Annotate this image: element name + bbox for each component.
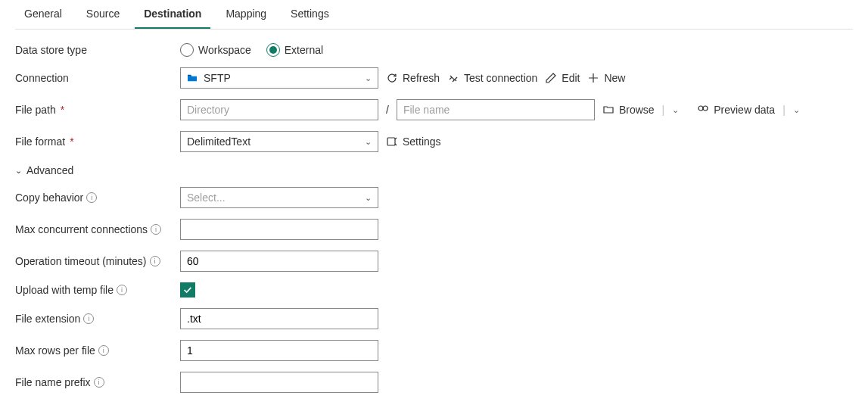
browse-chevron-icon[interactable]: ⌄ — [672, 105, 679, 115]
directory-input[interactable] — [180, 99, 378, 120]
label-file-prefix: File name prefix — [15, 376, 91, 388]
radio-external[interactable]: External — [266, 43, 323, 57]
advanced-toggle[interactable]: ⌄ Advanced — [15, 164, 853, 176]
connection-value: SFTP — [204, 72, 231, 84]
label-file-extension: File extension — [15, 313, 80, 325]
new-button[interactable]: New — [587, 72, 625, 84]
new-label: New — [604, 72, 625, 84]
svg-point-1 — [703, 106, 708, 111]
tab-general[interactable]: General — [15, 0, 71, 29]
info-icon[interactable]: i — [86, 192, 97, 203]
test-connection-button[interactable]: Test connection — [447, 72, 537, 84]
row-file-prefix: File name prefix i — [15, 372, 853, 393]
radio-circle-selected-icon — [266, 43, 280, 57]
browse-folder-icon — [602, 104, 614, 116]
radio-workspace-label: Workspace — [198, 44, 251, 56]
tab-destination[interactable]: Destination — [135, 0, 210, 29]
tab-source[interactable]: Source — [77, 0, 129, 29]
plus-icon — [587, 72, 599, 84]
row-file-format: File format * DelimitedText ⌄ Settings — [15, 131, 853, 152]
file-extension-input[interactable] — [180, 308, 378, 329]
tab-settings[interactable]: Settings — [282, 0, 338, 29]
row-file-path: File path * / Browse | ⌄ Preview data | … — [15, 99, 853, 120]
info-icon[interactable]: i — [150, 256, 160, 266]
info-icon[interactable]: i — [98, 345, 109, 356]
preview-data-label: Preview data — [714, 104, 775, 116]
edit-button[interactable]: Edit — [545, 72, 580, 84]
refresh-label: Refresh — [403, 72, 440, 84]
radio-workspace[interactable]: Workspace — [180, 43, 251, 57]
info-icon[interactable]: i — [117, 285, 127, 295]
label-file-format: File format — [15, 136, 65, 148]
info-icon[interactable]: i — [94, 377, 104, 388]
file-prefix-input[interactable] — [180, 372, 378, 393]
preview-icon — [697, 104, 709, 116]
upload-temp-checkbox[interactable] — [180, 282, 195, 298]
required-asterisk-2: * — [70, 136, 73, 148]
preview-data-button[interactable]: Preview data — [697, 104, 775, 116]
radio-dot-icon — [269, 46, 277, 54]
info-icon[interactable]: i — [83, 313, 94, 324]
row-file-extension: File extension i — [15, 308, 853, 329]
radio-circle-icon — [180, 43, 194, 57]
file-format-select[interactable]: DelimitedText ⌄ — [180, 131, 378, 152]
chevron-down-icon: ⌄ — [365, 73, 372, 83]
tab-mapping[interactable]: Mapping — [216, 0, 275, 29]
label-copy-behavior: Copy behavior — [15, 192, 83, 204]
svg-rect-2 — [387, 138, 395, 145]
test-connection-label: Test connection — [464, 72, 537, 84]
row-operation-timeout: Operation timeout (minutes) i — [15, 251, 853, 272]
label-connection: Connection — [15, 72, 69, 84]
filename-input[interactable] — [397, 99, 595, 120]
radio-external-label: External — [285, 44, 323, 56]
divider: | — [662, 104, 665, 116]
browse-label: Browse — [619, 104, 655, 116]
checkmark-icon — [182, 285, 193, 295]
settings-gear-icon — [386, 136, 398, 148]
svg-point-0 — [698, 106, 703, 111]
label-upload-temp: Upload with temp file — [15, 284, 114, 296]
file-format-value: DelimitedText — [187, 136, 250, 148]
operation-timeout-input[interactable] — [180, 251, 378, 272]
edit-label: Edit — [562, 72, 580, 84]
label-max-concurrent: Max concurrent connections — [15, 223, 148, 235]
copy-behavior-placeholder: Select... — [187, 192, 226, 204]
radio-group-data-store: Workspace External — [180, 43, 323, 57]
format-settings-button[interactable]: Settings — [386, 136, 441, 148]
settings-label: Settings — [403, 136, 441, 148]
max-rows-input[interactable] — [180, 340, 378, 361]
preview-chevron-icon[interactable]: ⌄ — [793, 105, 800, 115]
chevron-down-icon: ⌄ — [365, 137, 372, 147]
copy-behavior-select[interactable]: Select... ⌄ — [180, 187, 378, 208]
required-asterisk: * — [61, 104, 64, 116]
row-data-store-type: Data store type Workspace External — [15, 43, 853, 57]
row-max-concurrent: Max concurrent connections i — [15, 219, 853, 240]
refresh-icon — [386, 72, 398, 84]
path-separator: / — [386, 104, 389, 116]
label-max-rows: Max rows per file — [15, 344, 95, 357]
tabs-row: General Source Destination Mapping Setti… — [15, 0, 853, 30]
max-concurrent-input[interactable] — [180, 219, 378, 240]
connection-select[interactable]: SFTP ⌄ — [180, 67, 378, 89]
browse-button[interactable]: Browse — [602, 104, 655, 116]
row-copy-behavior: Copy behavior i Select... ⌄ — [15, 187, 853, 208]
info-icon[interactable]: i — [151, 224, 161, 235]
label-operation-timeout: Operation timeout (minutes) — [15, 255, 147, 267]
chevron-down-icon: ⌄ — [365, 193, 372, 203]
refresh-button[interactable]: Refresh — [386, 72, 440, 84]
row-max-rows: Max rows per file i — [15, 340, 853, 361]
row-upload-temp: Upload with temp file i — [15, 282, 853, 298]
label-data-store-type: Data store type — [15, 44, 87, 56]
divider-2: | — [782, 104, 786, 116]
advanced-label: Advanced — [26, 164, 73, 176]
chevron-down-advanced-icon: ⌄ — [15, 166, 22, 176]
edit-icon — [545, 72, 557, 84]
row-connection: Connection SFTP ⌄ Refresh Test connectio… — [15, 67, 853, 89]
label-file-path: File path — [15, 104, 56, 116]
test-connection-icon — [447, 72, 459, 84]
folder-icon — [187, 73, 198, 83]
